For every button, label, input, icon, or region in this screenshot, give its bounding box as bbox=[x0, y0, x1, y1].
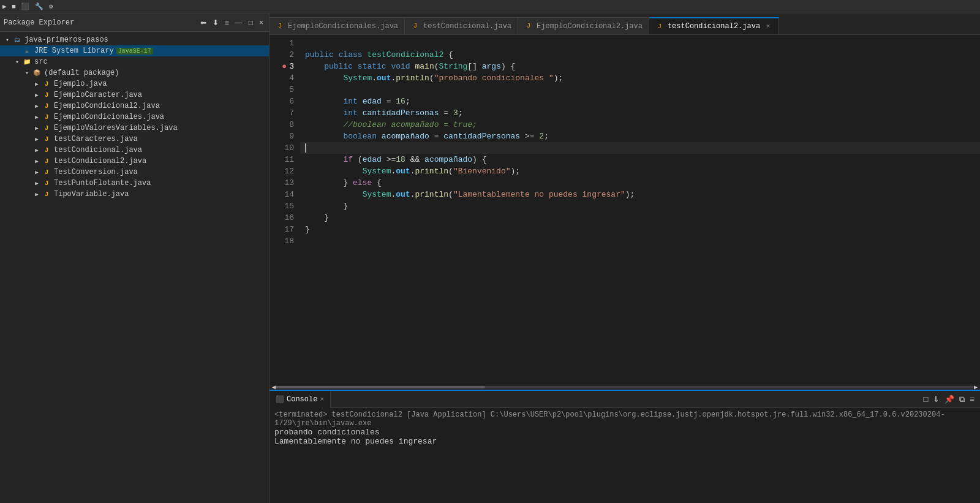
expand-icon-EjemploCaracter: ▶ bbox=[32, 90, 42, 100]
tree-label-testCondicional2: testCondicional2.java bbox=[54, 157, 146, 165]
code-line-6: int edad = 16; bbox=[300, 96, 980, 107]
package-explorer-panel: Package Explorer ⬅ ⬇ ≡ — □ × ▾ 🗂 java-pr… bbox=[0, 13, 270, 503]
code-line-2: public class testCondicional2 { bbox=[300, 49, 980, 61]
expand-icon-Ejemplo: ▶ bbox=[32, 79, 42, 89]
code-line-3: public static void main(String[] args) { bbox=[300, 61, 980, 72]
line-num-5: 5 bbox=[270, 84, 294, 96]
tree-item-EjemploCaracter[interactable]: ▶ J EjemploCaracter.java bbox=[0, 89, 269, 100]
console-tab[interactable]: ⬛ Console × bbox=[270, 391, 331, 408]
code-content[interactable]: public class testCondicional2 { public s… bbox=[300, 35, 980, 385]
expand-icon-TestConversion: ▶ bbox=[32, 167, 42, 177]
code-line-15: } bbox=[300, 200, 980, 212]
java-icon-Ejemplo: J bbox=[42, 79, 51, 89]
content-area: Package Explorer ⬅ ⬇ ≡ — □ × ▾ 🗂 java-pr… bbox=[0, 13, 980, 503]
tab-EjemploCondicional2[interactable]: J EjemploCondicional2.java bbox=[518, 17, 649, 34]
tree-label-src: src bbox=[34, 58, 48, 66]
java-icon-testCaracteres: J bbox=[42, 134, 51, 144]
tree-item-jre[interactable]: ☕ JRE System Library JavaSE-17 bbox=[0, 45, 269, 56]
tree-item-EjemploValoresVariables[interactable]: ▶ J EjemploValoresVariables.java bbox=[0, 123, 269, 134]
console-terminated-line: <terminated> testCondicional2 [Java Appl… bbox=[274, 410, 975, 428]
tab-icon-EjemploCondicionales: J bbox=[276, 22, 284, 31]
expand-icon-TestPuntoFlotante: ▶ bbox=[32, 178, 42, 188]
tab-testCondicional[interactable]: J testCondicional.java bbox=[405, 17, 518, 34]
sidebar-collapse-btn[interactable]: ⬅ bbox=[198, 18, 208, 28]
main-layout: Package Explorer ⬅ ⬇ ≡ — □ × ▾ 🗂 java-pr… bbox=[0, 13, 980, 503]
console-menu-btn[interactable]: ≡ bbox=[969, 394, 975, 405]
console-panel: ⬛ Console × □ ⇓ 📌 ⧉ ≡ <terminated> testC… bbox=[270, 390, 980, 503]
console-clear-btn[interactable]: □ bbox=[923, 394, 929, 405]
java-icon-testCondicional: J bbox=[42, 145, 51, 155]
console-tab-close[interactable]: × bbox=[320, 396, 324, 403]
line-num-13: 13 bbox=[270, 177, 294, 189]
tree-label-TestPuntoFlotante: TestPuntoFlotante.java bbox=[54, 179, 151, 187]
console-output-line-1: probando condicionales bbox=[274, 428, 975, 437]
code-line-13: } else { bbox=[300, 177, 980, 189]
console-copy-btn[interactable]: ⧉ bbox=[959, 394, 965, 405]
tree-item-EjemploCondicional2[interactable]: ▶ J EjemploCondicional2.java bbox=[0, 100, 269, 112]
tree-label-testCaracteres: testCaracteres.java bbox=[54, 135, 138, 143]
line-num-15: 15 bbox=[270, 200, 294, 212]
tree-label-project: java-primeros-pasos bbox=[24, 36, 108, 44]
tree-item-testCaracteres[interactable]: ▶ J testCaracteres.java bbox=[0, 134, 269, 145]
scrollbar-track[interactable] bbox=[276, 386, 974, 388]
line-num-1: 1 bbox=[270, 37, 294, 49]
java-icon-EjemploCaracter: J bbox=[42, 90, 51, 100]
java-icon-TestConversion: J bbox=[42, 167, 51, 177]
line-num-2: 2 bbox=[270, 49, 294, 61]
tree-label-EjemploCondicional2: EjemploCondicional2.java bbox=[54, 102, 160, 110]
horizontal-scrollbar[interactable]: ◀ ▶ bbox=[270, 385, 980, 390]
folder-icon-src: 📁 bbox=[22, 57, 32, 67]
code-line-18 bbox=[300, 235, 980, 247]
tree-item-testCondicional2[interactable]: ▶ J testCondicional2.java bbox=[0, 156, 269, 167]
editor-area: J EjemploCondicionales.java J testCondic… bbox=[270, 13, 980, 503]
expand-icon-testCondicional2: ▶ bbox=[32, 156, 42, 166]
sidebar-close-btn[interactable]: × bbox=[257, 18, 265, 28]
tree-item-TestConversion[interactable]: ▶ J TestConversion.java bbox=[0, 167, 269, 178]
code-line-1 bbox=[300, 37, 980, 49]
sidebar-expand-btn[interactable]: ⬇ bbox=[211, 18, 221, 28]
code-line-16: } bbox=[300, 212, 980, 224]
expand-icon-EjemploCondicional2: ▶ bbox=[32, 101, 42, 111]
tree-label-TestConversion: TestConversion.java bbox=[54, 168, 138, 176]
tree-label-Ejemplo: Ejemplo.java bbox=[54, 80, 107, 88]
code-line-9: boolean acompañado = cantidadPersonas >=… bbox=[300, 130, 980, 142]
console-pin-btn[interactable]: 📌 bbox=[944, 394, 955, 405]
tree-item-EjemploCondicionales[interactable]: ▶ J EjemploCondicionales.java bbox=[0, 112, 269, 123]
tree-label-default-pkg: (default package) bbox=[44, 69, 119, 77]
tree-label-TipoVariable: TipoVariable.java bbox=[54, 190, 129, 199]
jre-badge: JavaSE-17 bbox=[116, 48, 153, 55]
tab-close-testCondicional2[interactable]: × bbox=[764, 22, 772, 31]
java-icon-testCondicional2: J bbox=[42, 156, 51, 166]
tree-label-EjemploCondicionales: EjemploCondicionales.java bbox=[54, 113, 164, 121]
tab-testCondicional2[interactable]: J testCondicional2.java × bbox=[649, 17, 779, 34]
jre-icon: ☕ bbox=[22, 46, 32, 56]
tab-EjemploCondicionales[interactable]: J EjemploCondicionales.java bbox=[270, 17, 405, 34]
scrollbar-thumb[interactable] bbox=[276, 386, 485, 388]
tree-item-TestPuntoFlotante[interactable]: ▶ J TestPuntoFlotante.java bbox=[0, 178, 269, 189]
line-num-12: 12 bbox=[270, 165, 294, 177]
line-num-3: 3 bbox=[270, 61, 294, 72]
sidebar-maximize-btn[interactable]: □ bbox=[247, 18, 255, 28]
code-line-7: int cantidadPersonas = 3; bbox=[300, 107, 980, 119]
sidebar-minimize-btn[interactable]: — bbox=[233, 18, 244, 28]
tree-item-Ejemplo[interactable]: ▶ J Ejemplo.java bbox=[0, 78, 269, 89]
console-scroll-lock-btn[interactable]: ⇓ bbox=[932, 394, 940, 405]
tree-item-project[interactable]: ▾ 🗂 java-primeros-pasos bbox=[0, 34, 269, 45]
tab-bar: J EjemploCondicionales.java J testCondic… bbox=[270, 13, 980, 35]
tree-item-testCondicional[interactable]: ▶ J testCondicional.java bbox=[0, 145, 269, 156]
package-explorer-header: Package Explorer ⬅ ⬇ ≡ — □ × bbox=[0, 13, 269, 32]
code-line-10 bbox=[300, 142, 980, 154]
line-numbers: 1 2 3 4 5 6 7 8 9 10 11 12 13 14 15 16 1 bbox=[270, 35, 300, 385]
tree-label-testCondicional: testCondicional.java bbox=[54, 146, 142, 154]
package-explorer-tree: ▾ 🗂 java-primeros-pasos ☕ JRE System Lib… bbox=[0, 32, 269, 503]
code-editor[interactable]: 1 2 3 4 5 6 7 8 9 10 11 12 13 14 15 16 1 bbox=[270, 35, 980, 385]
sidebar-header-icons: ⬅ ⬇ ≡ — □ × bbox=[198, 18, 265, 28]
console-icon: ⬛ bbox=[276, 395, 284, 403]
tree-item-src[interactable]: ▾ 📁 src bbox=[0, 56, 269, 67]
line-num-7: 7 bbox=[270, 107, 294, 119]
expand-icon-EjemploValoresVariables: ▶ bbox=[32, 123, 42, 133]
tree-item-TipoVariable[interactable]: ▶ J TipoVariable.java bbox=[0, 189, 269, 200]
sidebar-menu-btn[interactable]: ≡ bbox=[223, 18, 231, 28]
tree-item-default-pkg[interactable]: ▾ 📦 (default package) bbox=[0, 67, 269, 78]
line-num-10: 10 bbox=[270, 142, 294, 154]
